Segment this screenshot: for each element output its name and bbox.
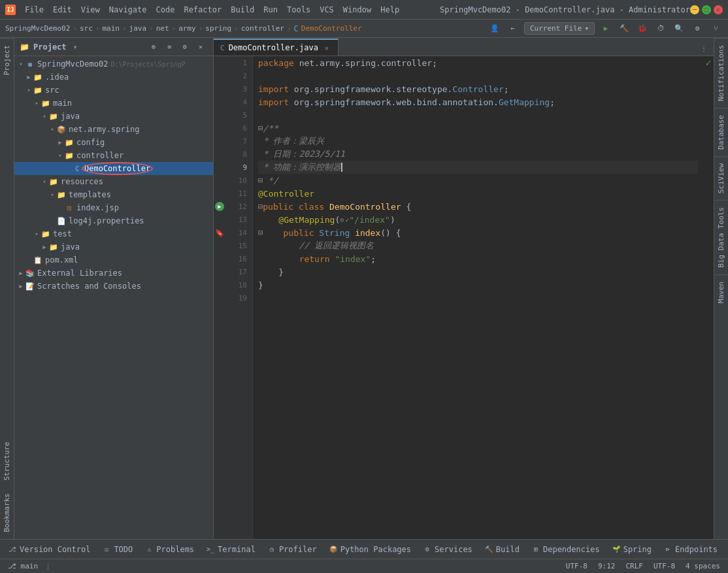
tree-label-controller: controller [76, 151, 124, 160]
code-editor[interactable]: ▶ 🔖 1 2 3 4 5 6 7 8 [214, 56, 714, 539]
status-line-col[interactable]: 9:12 [595, 562, 618, 570]
tree-item-root[interactable]: ▾ ◼ SpringMvcDemo02 D:\Projects\SpringP [14, 57, 213, 71]
tab-close-button[interactable]: ✕ [322, 43, 331, 52]
tab-services-label: Services [435, 545, 472, 554]
tree-item-config[interactable]: ▶ 📁 config [14, 136, 213, 149]
menu-refactor[interactable]: Refactor [180, 4, 225, 16]
tab-todo[interactable]: ☑ TODO [97, 541, 138, 558]
tree-label-test-java: java [61, 242, 80, 252]
database-panel[interactable]: Database [714, 108, 728, 156]
tree-item-pomxml[interactable]: 📋 pom.xml [14, 254, 213, 267]
code-line-12: ⊟ public class DemoController { [258, 200, 698, 213]
menu-vcs[interactable]: VCS [316, 4, 338, 16]
breadcrumb-project[interactable]: SpringMvcDemo02 [5, 24, 70, 33]
breadcrumb-controller[interactable]: controller [241, 24, 284, 33]
tab-dependencies[interactable]: ⊞ Dependencies [526, 541, 605, 558]
tree-item-test[interactable]: ▾ 📁 test [14, 227, 213, 240]
status-encoding[interactable]: UTF-8 [563, 562, 590, 570]
status-line-ending[interactable]: CRLF [623, 562, 646, 570]
tab-services[interactable]: ⚙ Services [418, 541, 478, 558]
tree-item-log4j[interactable]: 📄 log4j.properties [14, 214, 213, 227]
fold-icon-14[interactable]: ⊟ [258, 228, 263, 237]
tab-python-packages[interactable]: 📦 Python Packages [323, 541, 416, 558]
tree-item-idea[interactable]: ▶ 📁 .idea [14, 71, 213, 84]
tree-item-templates[interactable]: ▾ 📁 templates [14, 188, 213, 201]
sciview-panel[interactable]: SciView [714, 156, 728, 200]
settings-button[interactable]: ⚙ [690, 22, 704, 36]
tree-item-resources[interactable]: ▾ 📁 resources [14, 175, 213, 188]
arrow-icon: ▾ [48, 191, 56, 199]
menu-window[interactable]: Window [339, 4, 375, 16]
run-config-dropdown[interactable]: Current File ▾ [524, 22, 595, 35]
tree-item-test-java[interactable]: ▶ 📁 java [14, 240, 213, 254]
status-indent[interactable]: 4 spaces [683, 562, 723, 570]
editor-tabs: C DemoController.java ✕ ⋮ [214, 38, 714, 56]
minimize-button[interactable]: ─ [690, 5, 699, 14]
code-content[interactable]: package net.army.spring.controller; impo… [253, 56, 703, 539]
breadcrumb-java[interactable]: java [129, 24, 147, 33]
profile-button[interactable]: ⏱ [654, 22, 668, 36]
fold-icon-10[interactable]: ⊟ [258, 176, 263, 185]
breadcrumb-spring[interactable]: spring [205, 24, 231, 33]
tree-item-indexjsp[interactable]: ⊡ index.jsp [14, 201, 213, 214]
run-gutter-icon[interactable]: ▶ [215, 202, 224, 211]
menu-build[interactable]: Build [227, 4, 258, 16]
tree-item-external-libs[interactable]: ▶ 📚 External Libraries [14, 267, 213, 280]
tab-endpoints[interactable]: ⊳ Endpoints [658, 541, 723, 558]
linenum-19: 19 [239, 291, 247, 304]
debug-button[interactable]: 🐞 [635, 22, 650, 36]
breadcrumb-src[interactable]: src [80, 24, 93, 33]
back-button[interactable]: ← [506, 22, 520, 36]
tree-item-package[interactable]: ▾ 📦 net.army.spring [14, 123, 213, 136]
menu-code[interactable]: Code [152, 4, 179, 16]
menu-view[interactable]: View [77, 4, 104, 16]
structure-panel-toggle[interactable]: Structure [0, 435, 14, 487]
locate-file-button[interactable]: ⊕ [146, 40, 161, 54]
search-button[interactable]: 🔍 [672, 22, 686, 36]
panel-settings-button[interactable]: ⚙ [178, 40, 192, 54]
project-panel-toggle[interactable]: Project [0, 38, 14, 82]
bookmarks-panel-toggle[interactable]: Bookmarks [0, 487, 14, 539]
maven-panel[interactable]: Maven [714, 274, 728, 310]
tree-item-main[interactable]: ▾ 📁 main [14, 97, 213, 110]
notifications-panel[interactable]: Notifications [714, 38, 728, 108]
tree-item-democontroller[interactable]: C DemoController [14, 162, 213, 175]
fold-icon-12[interactable]: ⊟ [258, 202, 263, 211]
folder-icon: 📁 [41, 98, 51, 108]
breadcrumb-main[interactable]: main [102, 24, 120, 33]
tree-item-scratches[interactable]: ▶ 📝 Scratches and Consoles [14, 280, 213, 293]
build-button[interactable]: 🔨 [617, 22, 631, 36]
run-button[interactable]: ▶ [599, 22, 613, 36]
tab-profiler[interactable]: ◷ Profiler [262, 541, 322, 558]
breadcrumb-net[interactable]: net [156, 24, 169, 33]
status-vcs[interactable]: ⎇ main [5, 562, 41, 570]
menu-edit[interactable]: Edit [49, 4, 76, 16]
tab-build[interactable]: 🔨 Build [479, 541, 525, 558]
menu-file[interactable]: File [21, 4, 48, 16]
tabs-menu-button[interactable]: ⋮ [697, 41, 711, 56]
menu-run[interactable]: Run [259, 4, 282, 16]
tab-version-control[interactable]: ⎇ Version Control [3, 541, 95, 558]
tab-democontroller[interactable]: C DemoController.java ✕ [214, 39, 339, 56]
collapse-all-button[interactable]: ≡ [162, 40, 176, 54]
breadcrumb-army[interactable]: army [178, 24, 196, 33]
status-encoding2[interactable]: UTF-8 [651, 562, 678, 570]
tab-terminal[interactable]: >_ Terminal [201, 541, 261, 558]
menu-tools[interactable]: Tools [283, 4, 314, 16]
tree-item-java[interactable]: ▾ 📁 java [14, 110, 213, 123]
add-button[interactable]: 👤 [488, 22, 502, 36]
panel-close-button[interactable]: ✕ [193, 40, 208, 54]
tree-label-log4j: log4j.properties [69, 216, 144, 225]
menu-help[interactable]: Help [376, 4, 403, 16]
tab-problems[interactable]: ⚠ Problems [139, 541, 199, 558]
close-button[interactable]: ✕ [714, 5, 723, 14]
bigdata-panel[interactable]: Big Data Tools [714, 200, 728, 274]
git-button[interactable]: ⑂ [708, 22, 723, 36]
tab-spring[interactable]: 🌱 Spring [606, 541, 657, 558]
fold-icon-6[interactable]: ⊟ [258, 123, 263, 133]
tree-item-src[interactable]: ▾ 📁 src [14, 84, 213, 97]
app-icon: IJ [5, 5, 16, 15]
maximize-button[interactable]: □ [702, 5, 711, 14]
menu-navigate[interactable]: Navigate [105, 4, 151, 16]
tree-item-controller[interactable]: ▾ 📁 controller [14, 149, 213, 162]
